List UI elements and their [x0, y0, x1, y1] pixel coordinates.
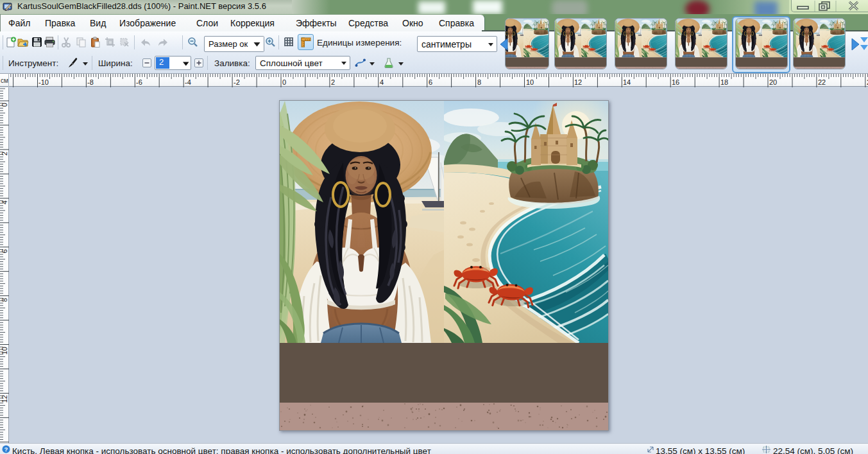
svg-text:8: 8: [1, 298, 8, 302]
svg-text:12: 12: [1, 395, 8, 403]
svg-text:10: 10: [1, 347, 8, 354]
svg-text:?: ?: [4, 446, 8, 453]
svg-text:0: 0: [1, 103, 8, 107]
svg-text:2: 2: [1, 152, 8, 155]
svg-text:4: 4: [1, 200, 8, 204]
svg-text:6: 6: [1, 249, 8, 253]
